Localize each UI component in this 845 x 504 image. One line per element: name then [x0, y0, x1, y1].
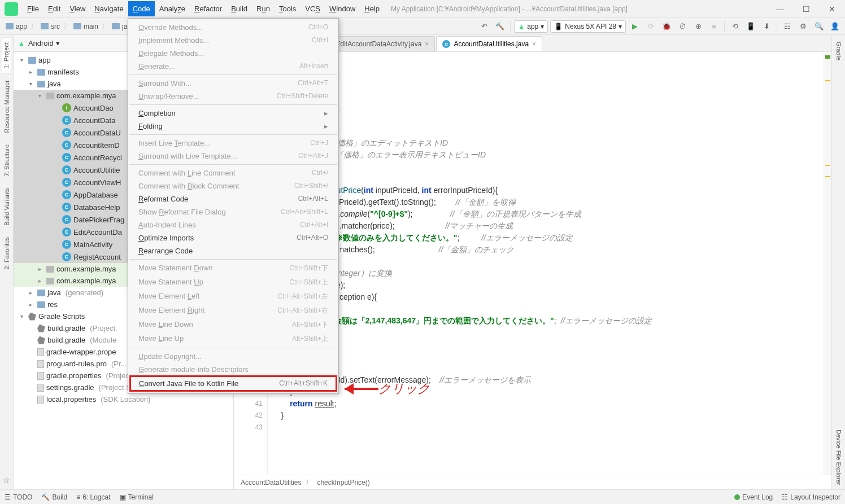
sidetab-device-explorer[interactable]: Device File Explorer	[834, 425, 843, 489]
tab-accountdatautil[interactable]: CAccountDataUtilities.java×	[436, 36, 542, 51]
sb-logcat[interactable]: ≡ 6: Logcat	[76, 493, 110, 501]
sync-icon[interactable]: ⟲	[728, 20, 742, 33]
class-icon: C	[62, 128, 71, 137]
class-icon: C	[62, 215, 71, 224]
menu-item: Move Line DownAlt+Shift+下	[128, 318, 338, 332]
sidetab-gradle[interactable]: Gradle	[834, 37, 843, 65]
tree-label: AccountDataU	[73, 129, 121, 137]
sidetab-project[interactable]: 1: Project	[2, 37, 11, 73]
structure-icon[interactable]: ☷	[781, 20, 794, 33]
tree-label: DatabaseHelp	[73, 203, 120, 212]
menu-analyze[interactable]: Analyze	[155, 1, 190, 16]
run-icon[interactable]: ▶	[628, 20, 642, 33]
crumb-main[interactable]: main	[71, 21, 101, 32]
sb-terminal[interactable]: ▣ Terminal	[120, 493, 154, 501]
search-icon[interactable]: 🔍	[812, 20, 826, 33]
annotation-arrow: クリック	[339, 380, 430, 397]
menu-item[interactable]: Folding	[128, 120, 338, 133]
menu-edit[interactable]: Edit	[43, 1, 65, 16]
menu-item[interactable]: Reformat CodeCtrl+Alt+L	[128, 192, 338, 205]
menu-window[interactable]: Window	[325, 1, 360, 16]
menu-tools[interactable]: Tools	[275, 1, 300, 16]
gradle-icon	[37, 336, 45, 344]
crumb-src[interactable]: src	[38, 21, 62, 32]
gradle-icon	[37, 325, 45, 332]
make-icon[interactable]: 🔨	[493, 20, 507, 33]
app-icon	[5, 2, 18, 16]
debug-icon[interactable]: 🐞	[660, 20, 673, 33]
breadcrumb: app〉 src〉 main〉 java〉	[3, 21, 145, 32]
settings-icon[interactable]: ⚙	[796, 20, 810, 33]
user-icon[interactable]: 👤	[828, 20, 842, 33]
tree-label: app	[38, 56, 51, 64]
sidetab-resource-manager[interactable]: Resource Manager	[2, 76, 11, 138]
folder-icon	[37, 81, 45, 87]
menu-refactor[interactable]: Refactor	[190, 1, 227, 16]
left-sidetabs: 1: Project Resource Manager 7: Structure…	[0, 35, 14, 489]
tree-item[interactable]: local.properties(SDK Location)	[14, 393, 233, 405]
menu-item: Move Statement DownCtrl+Shift+下	[128, 261, 338, 275]
sb-layout-inspector[interactable]: ☷ Layout Inspector	[782, 493, 840, 501]
project-view-selector[interactable]: Android ▾	[28, 39, 60, 47]
menu-build[interactable]: Build	[227, 1, 252, 16]
menu-item[interactable]: Convert Java File to Kotlin FileCtrl+Alt…	[129, 375, 337, 392]
sidetab-build-variants[interactable]: Build Variants	[2, 183, 11, 230]
tree-label: res	[47, 300, 58, 309]
menu-item: Show Reformat File DialogCtrl+Alt+Shift+…	[128, 205, 338, 218]
close-icon[interactable]: ×	[425, 40, 429, 48]
stop-icon[interactable]: ■	[707, 20, 721, 33]
bc-method[interactable]: checkInputPrice()	[317, 479, 369, 487]
window-controls: — ☐ ✕	[767, 0, 845, 18]
sidetab-structure[interactable]: 7: Structure	[2, 140, 11, 181]
menu-vcs[interactable]: VCS	[300, 1, 325, 16]
menu-item[interactable]: Rearrange Code	[128, 244, 338, 257]
menu-item[interactable]: Optimize ImportsCtrl+Alt+O	[128, 231, 338, 244]
sidetab-star-icon[interactable]: ☆	[3, 476, 10, 485]
menu-item: Move Element RightCtrl+Alt+Shift+右	[128, 304, 338, 318]
sb-event-log[interactable]: Event Log	[734, 493, 773, 501]
tree-label: gradle.properties	[46, 371, 102, 380]
sidetab-favorites[interactable]: 2: Favorites	[2, 233, 11, 274]
package-icon	[46, 93, 54, 99]
minimize-button[interactable]: —	[767, 0, 793, 18]
tree-label: Gradle Scripts	[38, 312, 85, 321]
sdk-icon[interactable]: ⬇	[760, 20, 773, 33]
file-icon	[37, 384, 44, 392]
maximize-button[interactable]: ☐	[793, 0, 819, 18]
crumb-app[interactable]: app	[3, 21, 29, 32]
menu-code[interactable]: Code	[128, 1, 155, 16]
bc-class[interactable]: AccountDataUtilities	[241, 479, 301, 487]
class-icon: C	[62, 141, 71, 150]
back-icon[interactable]: ↶	[477, 20, 491, 33]
close-icon[interactable]: ×	[532, 40, 536, 48]
editor-breadcrumb: AccountDataUtilities 〉 checkInputPrice()	[234, 475, 831, 489]
run-config-selector[interactable]: ▲app ▾	[514, 20, 548, 33]
profile-icon[interactable]: ⏱	[676, 20, 689, 33]
folder-icon	[28, 57, 36, 64]
menu-view[interactable]: View	[65, 1, 90, 16]
sb-build[interactable]: 🔨 Build	[41, 493, 67, 501]
tree-label: AccountViewH	[73, 178, 121, 187]
sb-todo[interactable]: ☰ TODO	[5, 493, 32, 501]
menu-run[interactable]: Run	[252, 1, 275, 16]
menu-item: Implement Methods...Ctrl+I	[128, 34, 338, 47]
device-selector[interactable]: 📱 Nexus 5X API 28 ▾	[550, 20, 626, 33]
menu-item: Generate module-info Descriptors	[128, 363, 338, 376]
tree-label: DatePickerFrag	[73, 216, 124, 224]
menu-item: Auto-Indent LinesCtrl+Alt+I	[128, 218, 338, 231]
window-title: My Application [C:¥Android¥MyApplication…	[391, 5, 767, 13]
menu-item: Insert Live Template...Ctrl+J	[128, 137, 338, 150]
apply-changes-icon[interactable]: ⟳	[644, 20, 657, 33]
scrollmap[interactable]	[824, 52, 831, 475]
close-button[interactable]: ✕	[819, 0, 845, 18]
tree-label: MainActivity	[73, 240, 112, 249]
menu-file[interactable]: File	[23, 1, 43, 16]
menu-item[interactable]: Completion	[128, 107, 338, 120]
tree-label: AccountDao	[73, 104, 114, 112]
menu-navigate[interactable]: Navigate	[90, 1, 128, 16]
menu-help[interactable]: Help	[360, 1, 384, 16]
code-content[interactable]: turn false; true; のチェック inputPriceId 「価格…	[268, 52, 824, 475]
avd-icon[interactable]: 📱	[744, 20, 757, 33]
menu-item: Move Element LeftCtrl+Alt+Shift+左	[128, 290, 338, 304]
attach-icon[interactable]: ⊕	[691, 20, 705, 33]
